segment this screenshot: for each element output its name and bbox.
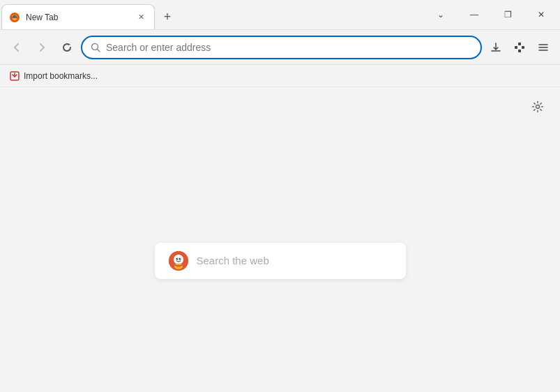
settings-button[interactable] bbox=[527, 96, 549, 118]
svg-rect-7 bbox=[518, 50, 521, 52]
toolbar bbox=[0, 30, 560, 65]
svg-point-19 bbox=[180, 258, 181, 259]
tab-list-button[interactable]: ⌄ bbox=[425, 3, 457, 26]
bookmarks-bar: Import bookmarks... bbox=[0, 65, 560, 87]
downloads-button[interactable] bbox=[485, 36, 507, 59]
svg-rect-6 bbox=[522, 46, 524, 49]
search-widget[interactable]: Search the web bbox=[155, 243, 406, 279]
svg-rect-5 bbox=[518, 43, 521, 45]
back-button[interactable] bbox=[6, 36, 28, 59]
close-window-button[interactable]: ✕ bbox=[525, 3, 557, 26]
svg-point-18 bbox=[177, 258, 178, 259]
import-bookmarks-label: Import bookmarks... bbox=[24, 71, 98, 81]
extensions-button[interactable] bbox=[508, 36, 531, 59]
new-tab-button[interactable]: + bbox=[155, 4, 180, 29]
minimize-button[interactable]: — bbox=[458, 3, 490, 26]
toolbar-actions bbox=[485, 36, 554, 59]
svg-point-15 bbox=[174, 255, 183, 264]
import-bookmarks-button[interactable]: Import bookmarks... bbox=[6, 70, 102, 82]
window-controls: ⌄ — ❐ ✕ bbox=[422, 0, 560, 29]
active-tab[interactable]: New Tab ✕ bbox=[1, 4, 155, 29]
search-icon bbox=[91, 43, 100, 52]
maximize-button[interactable]: ❐ bbox=[492, 3, 524, 26]
tab-close-button[interactable]: ✕ bbox=[135, 11, 147, 24]
forward-button[interactable] bbox=[31, 36, 53, 59]
svg-rect-4 bbox=[515, 46, 517, 49]
title-bar: New Tab ✕ + ⌄ — ❐ ✕ bbox=[0, 0, 560, 30]
svg-point-16 bbox=[176, 257, 178, 259]
svg-point-13 bbox=[536, 105, 540, 109]
svg-point-17 bbox=[179, 257, 181, 259]
main-content: Search the web bbox=[0, 87, 560, 392]
address-bar[interactable] bbox=[81, 36, 482, 59]
refresh-button[interactable] bbox=[56, 36, 78, 59]
tab-title: New Tab bbox=[26, 13, 129, 22]
search-web-text: Search the web bbox=[197, 255, 392, 266]
import-icon bbox=[10, 71, 20, 81]
tab-favicon bbox=[9, 12, 20, 23]
menu-button[interactable] bbox=[532, 36, 554, 59]
svg-line-3 bbox=[98, 49, 100, 52]
tab-strip: New Tab ✕ + bbox=[0, 0, 422, 29]
duckduckgo-logo bbox=[169, 251, 188, 271]
address-input[interactable] bbox=[106, 42, 472, 53]
